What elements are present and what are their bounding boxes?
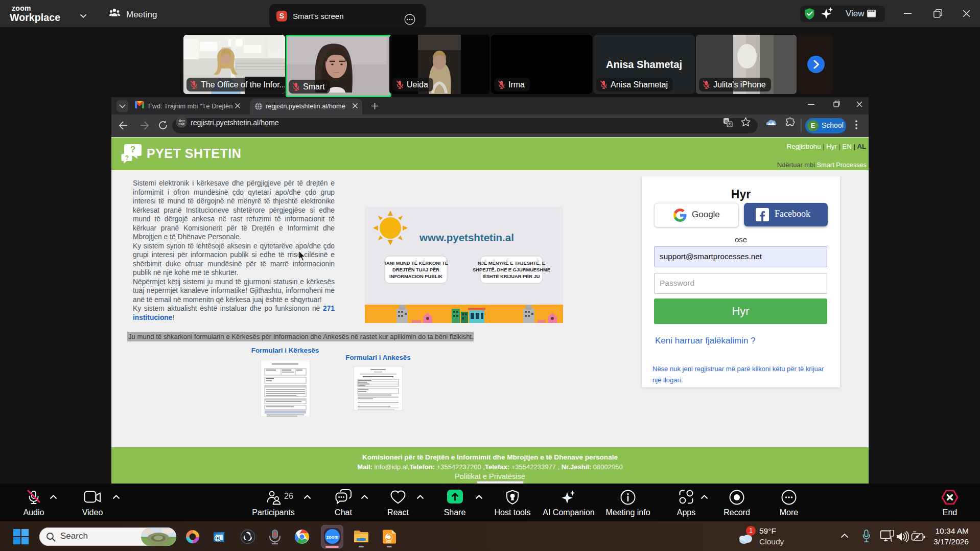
svg-text:SHPEJTË, DHE E GJURMUESHME: SHPEJTË, DHE E GJURMUESHME [473,267,550,272]
svg-text:TANI MUND TË KËRKONI TË: TANI MUND TË KËRKONI TË [384,261,448,266]
svg-text:ËSHTË KRIJUAR PËR JU: ËSHTË KRIJUAR PËR JU [483,274,540,279]
svg-text:?: ? [130,145,135,154]
svg-text:INFORMACION PUBLIK: INFORMACION PUBLIK [389,274,442,279]
svg-text:zoom: zoom [326,535,339,540]
svg-text:DREJTËN TUAJ PËR: DREJTËN TUAJ PËR [392,267,439,272]
svg-text:NJË MËNYRË E THJESHTË, E: NJË MËNYRË E THJESHTË, E [478,261,545,266]
svg-text:?: ? [125,154,129,162]
svg-text:www.pyetshtetin.al: www.pyetshtetin.al [419,232,514,243]
svg-text:PDF: PDF [386,540,392,543]
